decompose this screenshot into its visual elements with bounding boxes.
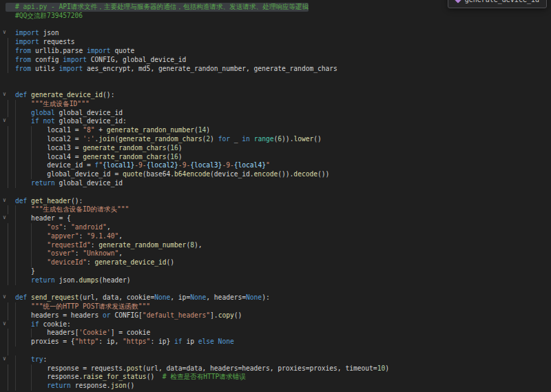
fold-chevron-icon[interactable]: ∨ [3, 214, 6, 223]
code-line[interactable]: local3 = generate_random_chars(16) [0, 144, 551, 153]
code-line[interactable]: from config import CONFIG, global_device… [0, 56, 551, 65]
code-line-text: def get_header(): [15, 197, 83, 206]
token-plain: ip [183, 338, 198, 345]
code-line[interactable]: headers = headers or CONFIG["default_hea… [0, 311, 551, 320]
fold-region-bar [8, 170, 8, 179]
code-line[interactable] [0, 285, 551, 294]
token-plain: local2 = [15, 135, 83, 143]
code-line[interactable]: "appver": "9.1.40", [0, 232, 551, 241]
code-line[interactable]: ∨ if cookie: [0, 320, 551, 329]
code-line[interactable]: ∨def get_header(): [0, 197, 551, 206]
code-line[interactable]: "deviceId": generate_device_id() [0, 258, 551, 267]
code-line[interactable]: ∨ if not global_device_id: [0, 117, 551, 126]
token-string: "default_headers" [143, 311, 210, 319]
code-line[interactable]: from utils import aes_encrypt, md5, gene… [0, 65, 551, 74]
code-line[interactable]: response.raise_for_status() # 检查是否有HTTP请… [0, 373, 551, 382]
code-line[interactable]: local4 = generate_random_chars(16) [0, 153, 551, 162]
token-plain: + [95, 126, 107, 134]
code-line[interactable]: return response.json() [0, 382, 551, 391]
code-line[interactable]: return json.dumps(header) [0, 276, 551, 285]
code-line-text: import requests [15, 38, 75, 47]
fold-region-bar [8, 373, 8, 382]
token-variable: {local1} [103, 161, 134, 169]
token-plain: ) [385, 364, 389, 372]
code-line[interactable]: #QQ交流群739457206 [0, 12, 551, 21]
code-line[interactable] [0, 82, 551, 91]
code-line[interactable]: global global_device_id [0, 109, 551, 118]
code-line[interactable]: global_device_id = quote(base64.b64encod… [0, 170, 551, 179]
token-plain: , [118, 232, 123, 240]
token-keyword: try [15, 355, 43, 363]
code-line[interactable]: ∨ header = { [0, 214, 551, 223]
fold-chevron-icon[interactable]: ∨ [3, 90, 6, 99]
code-line[interactable]: ∨import json [0, 29, 551, 38]
fold-chevron-icon[interactable]: ∨ [3, 320, 6, 329]
code-line[interactable]: """统一的HTTP POST请求发送函数""" [0, 302, 551, 311]
token-plain: : [63, 223, 71, 231]
line-gutter [0, 161, 15, 170]
line-gutter [0, 302, 15, 311]
code-line-text: """生成包含设备ID的请求头""" [15, 205, 129, 214]
code-editor[interactable]: # api.py - API请求文件，主要处理与服务器的通信，包括构造请求、发送… [0, 0, 551, 392]
fold-chevron-icon[interactable]: ∨ [3, 28, 6, 37]
line-gutter [0, 338, 15, 347]
code-line[interactable]: "requestId": generate_random_number(8), [0, 241, 551, 250]
token-string: "osver" [47, 249, 74, 257]
token-variable: {local4} [234, 161, 266, 169]
code-line-text: #QQ交流群739457206 [15, 12, 83, 21]
code-line[interactable]: ∨def send_request(url, data, cookie=None… [0, 293, 551, 302]
token-plain: , [118, 249, 123, 257]
code-line-text: } [15, 267, 35, 276]
fold-chevron-icon[interactable]: ∨ [3, 116, 6, 125]
code-line-text: "deviceId": generate_device_id() [15, 258, 174, 267]
token-plain: : [79, 232, 87, 240]
code-line[interactable]: """生成设备ID""" [0, 100, 551, 109]
code-line[interactable]: """生成包含设备ID的请求头""" [0, 205, 551, 214]
token-plain: : [75, 249, 83, 257]
fold-chevron-icon[interactable]: ∨ [3, 196, 6, 205]
fold-region-bar [8, 179, 8, 188]
token-function: post [127, 364, 143, 372]
code-line-text: from config import CONFIG, global_device… [15, 56, 186, 65]
code-line[interactable]: ∨ try: [0, 355, 551, 364]
fold-region-bar [8, 276, 8, 285]
token-keyword: import [87, 47, 111, 54]
fold-region-bar [8, 258, 8, 267]
token-plain: global_device_id: [55, 117, 127, 125]
code-line[interactable]: local2 = ':'.join(generate_random_chars(… [0, 135, 551, 144]
code-line[interactable]: response = requests.post(url, data=data,… [0, 364, 551, 373]
code-line[interactable]: "os": "android", [0, 223, 551, 232]
code-line[interactable]: import requests [0, 38, 551, 47]
code-line[interactable]: ∨def generate_device_id(): [0, 91, 551, 100]
line-gutter [0, 232, 15, 241]
line-gutter: ∨ [0, 197, 15, 206]
line-gutter [0, 223, 15, 232]
token-function: get_header [27, 197, 71, 205]
token-plain: : ip, [98, 338, 123, 345]
code-line[interactable]: headers['Cookie'] = cookie [0, 329, 551, 338]
code-line[interactable]: "osver": "Unknown", [0, 249, 551, 258]
symbol-popup[interactable]: generate_device_id [448, 0, 547, 8]
code-line-text: from utils import aes_encrypt, md5, gene… [15, 65, 337, 74]
code-line[interactable]: local1 = "8" + generate_randon_number(14… [0, 126, 551, 135]
line-gutter [0, 73, 15, 82]
code-line[interactable]: device_id = f"{local1}-9-{local2}-9-{loc… [0, 161, 551, 170]
token-plain: _ [230, 135, 242, 143]
code-line[interactable] [0, 188, 551, 197]
token-string: """生成设备ID""" [15, 100, 90, 107]
code-line[interactable]: } [0, 267, 551, 276]
code-line[interactable]: proxies = {"http": ip, "https": ip} if i… [0, 338, 551, 347]
token-plain: ) [210, 135, 218, 143]
token-comment: # 检查是否有HTTP请求错误 [163, 373, 246, 380]
token-keyword: global [15, 109, 55, 116]
code-line[interactable] [0, 347, 551, 355]
code-line[interactable]: return global_device_id [0, 179, 551, 188]
token-plain: () [167, 258, 175, 266]
code-line-text: """生成设备ID""" [15, 100, 90, 109]
code-line[interactable] [0, 73, 551, 82]
code-line[interactable] [0, 21, 551, 30]
fold-chevron-icon[interactable]: ∨ [3, 355, 6, 364]
code-line[interactable]: from urllib.parse import quote [0, 47, 551, 56]
fold-chevron-icon[interactable]: ∨ [3, 293, 6, 302]
token-string: -9- [178, 161, 190, 169]
